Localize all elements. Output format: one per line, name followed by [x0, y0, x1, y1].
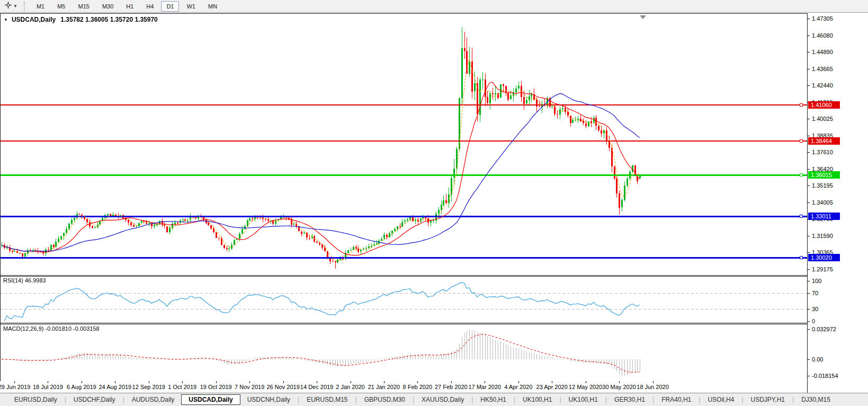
- chart-tab-usdcnh-daily[interactable]: USDCNH,Daily: [240, 394, 297, 405]
- date-label: 7 Nov 2019: [235, 384, 264, 390]
- date-tick: [14, 381, 15, 383]
- price-tick-label: 1.31590: [812, 233, 833, 239]
- level-price-label: 1.33011: [808, 213, 840, 220]
- price-tick-label: 1.29175: [812, 266, 833, 272]
- chart-tab-eurusd-m15[interactable]: EURUSD,M15: [300, 394, 354, 405]
- level-price-label: 1.30020: [808, 254, 840, 261]
- macd-label: MACD(12,26,9) -0.001810 -0.003158: [3, 325, 100, 332]
- chart-tab-uk100-h1[interactable]: UK100,H1: [562, 394, 605, 405]
- panel-divider[interactable]: [0, 324, 807, 324]
- price-tick: [808, 269, 810, 270]
- date-tick: [317, 381, 317, 383]
- date-tick: [149, 381, 149, 383]
- price-chart-canvas[interactable]: [0, 13, 807, 275]
- chart-tab-hk50-h1[interactable]: HK50,H1: [473, 394, 513, 405]
- timeframe-button-h4[interactable]: H4: [141, 1, 159, 12]
- chart-tab-usdchf-daily[interactable]: USDCHF,Daily: [67, 394, 122, 405]
- macd-tick-label: -0.018154: [812, 373, 838, 379]
- price-tick: [808, 236, 810, 236]
- timeframe-buttons: M1M5M15M30H1H4D1W1MN: [30, 1, 223, 12]
- chart-tab-usdcad-daily[interactable]: USDCAD,Daily: [181, 394, 240, 405]
- price-tick: [808, 152, 810, 153]
- date-tick: [552, 381, 552, 383]
- price-tick: [808, 136, 810, 136]
- macd-tick: [808, 359, 810, 360]
- rsi-tick: [808, 321, 810, 322]
- price-tick: [808, 36, 810, 36]
- rsi-chart-canvas[interactable]: [0, 276, 807, 323]
- price-tick: [808, 19, 810, 19]
- date-tick: [619, 381, 620, 383]
- timeframe-button-d1[interactable]: D1: [161, 1, 179, 12]
- date-tick: [182, 381, 183, 383]
- chart-tab-ger30-h1[interactable]: GER30,H1: [607, 394, 652, 405]
- date-label: 24 Aug 2019: [99, 384, 131, 390]
- timeframe-button-m15[interactable]: M15: [73, 1, 94, 12]
- date-label: 14 Dec 2019: [300, 384, 333, 390]
- chart-tab-eurusd-daily[interactable]: EURUSD,Daily: [7, 394, 64, 405]
- timeframe-button-w1[interactable]: W1: [181, 1, 201, 12]
- price-tick-label: 1.35195: [812, 182, 833, 189]
- rsi-tick: [808, 281, 810, 281]
- price-tick: [808, 202, 810, 203]
- chart-tab-usdjpy-h1[interactable]: USDJPY,H1: [744, 394, 792, 405]
- date-label: 17 Mar 2020: [468, 384, 501, 390]
- rsi-tick-label: 100: [812, 278, 821, 284]
- price-tick: [808, 169, 810, 170]
- chevron-down-icon: ▼: [13, 4, 17, 8]
- timeframe-button-mn[interactable]: MN: [203, 1, 222, 12]
- crosshair-tool-button[interactable]: ▼: [2, 1, 20, 12]
- price-tick: [808, 52, 810, 52]
- panel-divider: [0, 13, 807, 14]
- time-axis[interactable]: 29 Jun 201918 Jul 20196 Aug 201924 Aug 2…: [0, 381, 807, 393]
- date-label: 26 Nov 2019: [266, 384, 299, 390]
- date-label: 30 May 2020: [602, 384, 636, 390]
- timeframe-button-m1[interactable]: M1: [31, 1, 50, 12]
- timeframe-button-h1[interactable]: H1: [121, 1, 139, 12]
- date-label: 18 Jul 2019: [33, 384, 63, 390]
- chart-tab-gbpusd-m30[interactable]: GBPUSD,M30: [357, 394, 412, 405]
- date-label: 12 Sep 2019: [132, 384, 165, 390]
- chart-tab-dj30-m15[interactable]: DJ30,M15: [794, 394, 837, 405]
- chart-tab-audusd-daily[interactable]: AUDUSD,Daily: [125, 394, 182, 405]
- chart-tab-uk100-h1[interactable]: UK100,H1: [516, 394, 559, 405]
- rsi-tick-label: 30: [812, 306, 818, 312]
- date-label: 23 Apr 2020: [536, 384, 568, 390]
- price-tick-label: 1.37610: [812, 149, 833, 155]
- price-tick: [808, 119, 810, 119]
- date-label: 2 Jan 2020: [336, 384, 364, 390]
- collapse-triangle-icon[interactable]: ▼: [4, 17, 8, 22]
- price-tick-label: 1.47305: [812, 15, 833, 22]
- date-tick: [586, 381, 586, 383]
- chart-ohlc-values: 1.35782 1.36005 1.35720 1.35970: [60, 16, 158, 23]
- panel-divider[interactable]: [0, 276, 807, 277]
- chart-tab-fra40-h1[interactable]: FRA40,H1: [655, 394, 698, 405]
- price-tick-label: 1.42440: [812, 82, 833, 89]
- rsi-tick: [808, 293, 810, 294]
- macd-tick-label: 0.032972: [812, 326, 836, 332]
- macd-tick-label: 0.00: [812, 356, 823, 363]
- chart-tab-usoil-h4[interactable]: USOil,H4: [701, 394, 741, 405]
- chart-tabs-bar: EURUSD,Daily|USDCHF,Daily|AUDUSD,DailyUS…: [0, 393, 868, 406]
- timeframe-button-m5[interactable]: M5: [52, 1, 70, 12]
- date-tick: [249, 381, 250, 383]
- macd-tick: [808, 376, 810, 376]
- timeframe-button-m30[interactable]: M30: [97, 1, 119, 12]
- price-tick-label: 1.46080: [812, 32, 833, 39]
- date-label: 1 Oct 2019: [168, 384, 196, 390]
- macd-chart-canvas[interactable]: [0, 324, 807, 381]
- date-label: 4 Apr 2020: [504, 384, 532, 390]
- timeframe-toolbar: ▼ M1M5M15M30H1H4D1W1MN: [0, 0, 868, 13]
- date-label: 18 Jun 2020: [637, 384, 669, 390]
- rsi-panel: RSI(14) 46.9983: [0, 276, 807, 323]
- rsi-tick: [808, 309, 810, 310]
- date-tick: [216, 381, 217, 383]
- macd-panel: MACD(12,26,9) -0.001810 -0.003158: [0, 324, 807, 381]
- price-panel: ▼USDCAD,Daily1.35782 1.36005 1.35720 1.3…: [0, 13, 807, 275]
- toolbar-grip[interactable]: [24, 2, 25, 11]
- level-price-label: 1.41060: [808, 101, 840, 109]
- price-axis[interactable]: 1.473051.460801.448901.436651.424401.412…: [807, 13, 868, 393]
- price-tick-label: 1.34005: [812, 199, 833, 206]
- date-tick: [384, 381, 384, 383]
- chart-tab-xauusd-daily[interactable]: XAUUSD,Daily: [415, 394, 471, 405]
